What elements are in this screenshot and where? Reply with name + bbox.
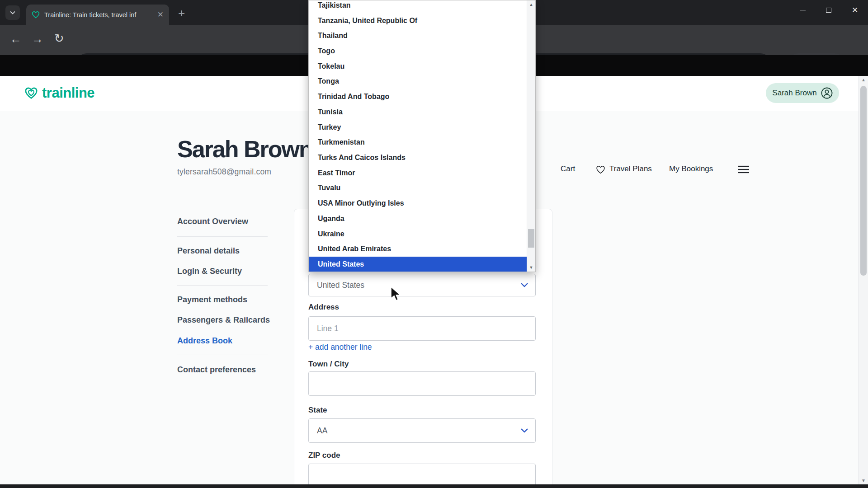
back-button[interactable]: ←	[10, 33, 22, 45]
country-option[interactable]: Tajikistan	[309, 0, 527, 13]
sidebar-item-address-book[interactable]: Address Book	[177, 336, 232, 346]
town-city-input[interactable]	[308, 371, 536, 396]
country-option[interactable]: USA Minor Outlying Isles	[309, 196, 527, 211]
address-label: Address	[308, 303, 339, 312]
avatar-icon	[821, 87, 833, 99]
trainline-logo[interactable]: trainline	[24, 85, 94, 101]
window-close-button[interactable]: ✕	[842, 0, 868, 20]
heart-icon	[596, 165, 605, 174]
new-tab-button[interactable]: +	[178, 7, 185, 19]
country-option[interactable]: Trinidad And Tobago	[309, 89, 527, 104]
country-select[interactable]: United States	[308, 274, 536, 296]
menu-hamburger-icon[interactable]	[738, 165, 750, 174]
sidebar-divider	[177, 285, 268, 286]
sidebar-divider	[177, 355, 268, 355]
sidebar-item-payment-methods[interactable]: Payment methods	[177, 295, 247, 305]
dropdown-scrollbar[interactable]: ▲ ▼	[527, 0, 535, 272]
trainline-favicon	[32, 11, 40, 19]
tab-search-button[interactable]	[5, 5, 20, 20]
sidebar-item-personal-details[interactable]: Personal details	[177, 246, 240, 256]
scroll-up-icon[interactable]: ▲	[859, 77, 868, 82]
chevron-down-icon	[521, 283, 528, 287]
town-city-label: Town / City	[308, 360, 349, 369]
mouse-cursor	[390, 286, 402, 301]
country-option[interactable]: Turkmenistan	[309, 135, 527, 150]
country-option[interactable]: Turks And Caicos Islands	[309, 150, 527, 165]
country-options: Tajikistan Tanzania, United Republic Of …	[309, 0, 527, 272]
state-select[interactable]: AA	[308, 418, 536, 443]
country-select-value: United States	[317, 281, 364, 290]
page-scrollbar[interactable]: ▲ ▼	[859, 76, 868, 484]
country-option[interactable]: Tonga	[309, 74, 527, 89]
sidebar-item-contact-preferences[interactable]: Contact preferences	[177, 365, 256, 375]
state-label: State	[308, 406, 327, 415]
account-email: tylersarah508@gmail.com	[177, 167, 271, 177]
country-option-selected[interactable]: United States	[309, 257, 527, 272]
country-option[interactable]: United Arab Emirates	[309, 242, 527, 257]
tab-close-icon[interactable]: ✕	[157, 10, 164, 19]
nav-cart[interactable]: Cart	[561, 164, 575, 174]
account-pill-label: Sarah Brown	[772, 89, 816, 98]
country-option[interactable]: Tokelau	[309, 59, 527, 74]
country-option[interactable]: Thailand	[309, 28, 527, 43]
country-option[interactable]: East Timor	[309, 165, 527, 181]
browser-tab[interactable]: Trainline: Train tickets, travel inf ✕	[26, 5, 169, 25]
country-option[interactable]: Tanzania, United Republic Of	[309, 13, 527, 28]
country-option[interactable]: Ukraine	[309, 226, 527, 242]
logo-text: trainline	[42, 85, 94, 101]
minimize-icon	[800, 10, 806, 10]
zip-code-label: ZIP code	[308, 451, 340, 460]
country-option[interactable]: Tuvalu	[309, 181, 527, 196]
sidebar-item-account-overview[interactable]: Account Overview	[177, 217, 248, 226]
country-option[interactable]: Turkey	[309, 120, 527, 135]
nav-travel-plans[interactable]: Travel Plans	[609, 164, 652, 174]
country-dropdown-list: Tajikistan Tanzania, United Republic Of …	[308, 0, 536, 272]
country-option[interactable]: Togo	[309, 43, 527, 59]
sidebar-item-passengers-railcards[interactable]: Passengers & Railcards	[177, 315, 270, 325]
account-pill-button[interactable]: Sarah Brown	[766, 83, 839, 103]
state-select-value: AA	[317, 426, 327, 436]
maximize-icon	[826, 8, 831, 13]
scroll-down-icon[interactable]: ▼	[527, 265, 535, 270]
country-option[interactable]: Tunisia	[309, 104, 527, 120]
close-icon: ✕	[852, 5, 858, 15]
tab-title: Trainline: Train tickets, travel inf	[44, 11, 154, 19]
trainline-heart-icon	[24, 87, 38, 99]
address-line1-input[interactable]	[308, 316, 536, 341]
chevron-down-icon	[521, 429, 528, 433]
page-scroll-thumb[interactable]	[860, 86, 867, 276]
chevron-down-icon	[10, 11, 15, 14]
window-bottom-edge	[0, 484, 868, 488]
window-minimize-button[interactable]	[789, 0, 816, 20]
dropdown-scroll-thumb[interactable]	[528, 229, 534, 248]
reload-button[interactable]: ↻	[54, 33, 64, 44]
forward-button[interactable]: →	[32, 33, 43, 45]
sidebar-divider	[177, 236, 268, 237]
sidebar-item-login-security[interactable]: Login & Security	[177, 267, 242, 276]
window-maximize-button[interactable]	[816, 0, 842, 20]
country-option[interactable]: Uganda	[309, 211, 527, 226]
page-title: Sarah Brown	[177, 136, 312, 163]
nav-my-bookings[interactable]: My Bookings	[669, 164, 713, 174]
scroll-up-icon[interactable]: ▲	[527, 2, 535, 7]
add-another-line-link[interactable]: + add another line	[308, 343, 372, 352]
scroll-down-icon[interactable]: ▼	[859, 478, 868, 483]
